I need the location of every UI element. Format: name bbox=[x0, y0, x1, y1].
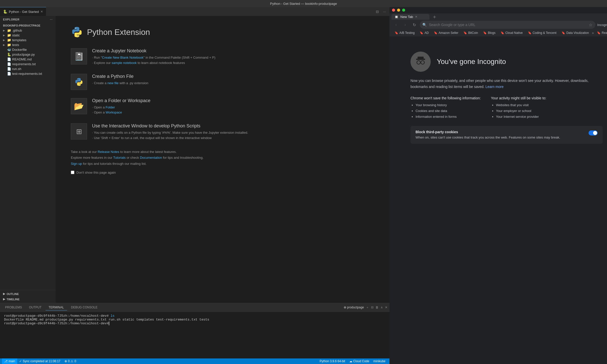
interactive-text: Use the Interactive Window to develop Py… bbox=[92, 123, 248, 141]
bookmark-icon: 🔖 bbox=[501, 31, 504, 35]
terminal-tab-btn[interactable]: TERMINAL bbox=[46, 305, 67, 310]
sidebar-item-tests[interactable]: ▶ 📁 tests bbox=[0, 42, 56, 47]
bookmark-label: Amazon Seller bbox=[439, 31, 458, 35]
cookie-toggle[interactable] bbox=[589, 130, 598, 135]
python-version-label: Python 3.9.6 64-bit bbox=[320, 359, 345, 363]
bookmark-label: A/B Testing bbox=[399, 31, 415, 35]
svg-point-1 bbox=[78, 36, 78, 36]
main-area: 🐍 Python - Get Started ✕ ⊟ ··· EXPLORER … bbox=[0, 7, 607, 364]
more-actions-btn[interactable]: ··· bbox=[382, 9, 387, 14]
bookmark-blogs[interactable]: 🔖 Blogs bbox=[481, 31, 497, 35]
new-tab-tab[interactable]: 🔲 New Tab ✕ bbox=[392, 14, 429, 20]
interactive-icon: ⊞ bbox=[76, 127, 82, 136]
terminal-tab-bar: PROBLEMS OUTPUT TERMINAL DEBUG CONSOLE ⊕… bbox=[0, 303, 389, 312]
browser-forward-btn[interactable]: › bbox=[402, 21, 409, 28]
split-editor-btn[interactable]: ⊟ bbox=[375, 9, 380, 14]
sidebar-item-requirements[interactable]: ▶ 📄 requirements.txt bbox=[0, 62, 56, 66]
bookmark-amazon[interactable]: 🔖 Amazon Seller bbox=[432, 31, 460, 35]
browser-min-btn[interactable] bbox=[397, 9, 400, 12]
bookmark-reading[interactable]: 🔖 Reading List bbox=[595, 31, 607, 35]
browser-close-btn[interactable] bbox=[392, 9, 395, 12]
folder-link[interactable]: Folder bbox=[105, 105, 115, 109]
debug-console-tab[interactable]: DEBUG CONSOLE bbox=[68, 305, 101, 310]
title-bar: Python - Get Started — bookinfo-productp… bbox=[0, 0, 607, 7]
browser-tab-bar: 🔲 New Tab ✕ ＋ bbox=[389, 13, 607, 20]
status-right: Python 3.9.6 64-bit ☁ Cloud Code minikub… bbox=[318, 358, 387, 364]
terminal-session-label: ⊕ productpage bbox=[344, 306, 364, 309]
python-ext-heading: Python Extension bbox=[87, 28, 150, 37]
python-version-status[interactable]: Python 3.9.6 64-bit bbox=[318, 358, 347, 364]
sidebar-item-templates[interactable]: ▶ 📁 templates bbox=[0, 38, 56, 42]
signup-link[interactable]: Sign up bbox=[71, 162, 82, 166]
python-get-started-tab[interactable]: 🐍 Python - Get Started ✕ bbox=[0, 7, 46, 16]
outline-section[interactable]: ▶ OUTLINE bbox=[0, 291, 56, 297]
sidebar-more-btn[interactable]: ··· bbox=[50, 18, 53, 21]
interactive-heading: Use the Interactive Window to develop Py… bbox=[92, 123, 248, 129]
browser-tab-label: New Tab bbox=[400, 15, 413, 19]
address-input[interactable] bbox=[420, 21, 595, 29]
terminal-close-btn[interactable]: ✕ bbox=[385, 306, 387, 309]
chrome-wont-save-list: Your browsing history Cookies and site d… bbox=[410, 102, 481, 120]
folder-icon-box: 📂 bbox=[71, 98, 87, 114]
learn-more-link[interactable]: Learn more bbox=[485, 85, 504, 89]
sidebar-item-github[interactable]: ▶ 📁 .github bbox=[0, 28, 56, 33]
svg-point-0 bbox=[75, 28, 76, 29]
browser-tab-close[interactable]: ✕ bbox=[415, 15, 417, 18]
tab-close-btn[interactable]: ✕ bbox=[40, 10, 43, 13]
sync-status[interactable]: ✓ Sync completed at 11:06:17 bbox=[17, 358, 62, 364]
incognito-desc: Now you can browse privately, and other … bbox=[410, 78, 603, 90]
folder-open-icon: 📂 bbox=[74, 101, 84, 111]
terminal-min-btn[interactable]: ∧ bbox=[381, 306, 383, 309]
outline-label: OUTLINE bbox=[7, 292, 19, 295]
create-blank-notebook-link[interactable]: Create New Blank Notebook bbox=[102, 56, 143, 59]
documentation-link[interactable]: Documentation bbox=[140, 156, 162, 160]
sidebar-item-static[interactable]: ▶ 📁 static bbox=[0, 33, 56, 38]
python-file-icon bbox=[74, 77, 83, 86]
sidebar-item-testreq[interactable]: ▶ 📄 test-requirements.txt bbox=[0, 71, 56, 76]
bookmark-ad[interactable]: 🔖 AD bbox=[418, 31, 431, 35]
cookie-box: Block third-party cookies When on, sites… bbox=[410, 126, 603, 144]
bookmark-label: Coding & Tencent bbox=[533, 31, 557, 35]
dont-show-checkbox[interactable] bbox=[71, 171, 74, 174]
sidebar-item-runsh[interactable]: ▶ 📄 run.sh bbox=[0, 66, 56, 71]
svg-rect-4 bbox=[418, 57, 424, 59]
browser-max-btn[interactable] bbox=[402, 9, 405, 12]
terminal-body[interactable]: root@productpage-d9c9f444b-7J5zh:/home/n… bbox=[0, 312, 389, 358]
errors-status[interactable]: ⊗ 0 ⚠ 0 bbox=[62, 358, 78, 364]
output-tab[interactable]: OUTPUT bbox=[26, 305, 45, 310]
workspace-link[interactable]: Workspace bbox=[105, 110, 122, 114]
pyfile-heading: Create a Python File bbox=[92, 74, 148, 79]
bookmark-star-icon[interactable]: ☆ bbox=[589, 22, 592, 27]
incognito-header: You've gone Incognito bbox=[410, 52, 603, 72]
bookmark-cloudnative[interactable]: 🔖 Cloud Native bbox=[498, 31, 525, 35]
terminal-trash-btn[interactable]: 🗑 bbox=[376, 306, 379, 309]
sidebar-item-readme[interactable]: ▶ 📄 README.md bbox=[0, 57, 56, 62]
cloud-code-status[interactable]: ☁ Cloud Code bbox=[347, 358, 371, 364]
terminal-split-btn[interactable]: ⊟ bbox=[371, 306, 374, 309]
bookmark-coding[interactable]: 🔖 Coding & Tencent bbox=[526, 31, 559, 35]
sidebar-item-dockerfile[interactable]: ▶ 🐳 Dockerfile bbox=[0, 47, 56, 52]
activity-visible-col: Your activity might still be visible to:… bbox=[491, 96, 546, 120]
browser-back-btn[interactable]: ‹ bbox=[393, 21, 400, 28]
problems-tab[interactable]: PROBLEMS bbox=[2, 305, 25, 310]
warning-count: 0 bbox=[74, 359, 76, 363]
git-status[interactable]: ⎇ main bbox=[2, 358, 17, 364]
terminal-line-2: Dockerfile README.md productpage.py requ… bbox=[4, 318, 385, 322]
terminal-add-btn[interactable]: ＋ bbox=[366, 305, 369, 310]
browser-window-bar bbox=[389, 7, 607, 13]
browser-reload-btn[interactable]: ↻ bbox=[411, 21, 418, 28]
timeline-section[interactable]: ▶ TIMELINE bbox=[0, 297, 56, 302]
sample-notebook-link[interactable]: sample notebook bbox=[112, 61, 137, 65]
new-file-link[interactable]: new file bbox=[107, 81, 119, 85]
minikube-status[interactable]: minikube bbox=[371, 358, 387, 364]
tutorials-link[interactable]: Tutorials bbox=[113, 156, 125, 160]
bookmark-data[interactable]: 🔖 Data Visulization bbox=[559, 31, 591, 35]
new-tab-btn[interactable]: ＋ bbox=[430, 13, 439, 20]
bookmark-ab[interactable]: 🔖 A/B Testing bbox=[393, 31, 417, 35]
bookmark-more-btn[interactable]: » bbox=[592, 31, 594, 35]
status-bar: ⎇ main ✓ Sync completed at 11:06:17 ⊗ 0 … bbox=[0, 358, 389, 364]
sidebar-item-productpage[interactable]: ▶ 🐍 productpage.py bbox=[0, 52, 56, 57]
release-notes-link[interactable]: Release Notes bbox=[98, 150, 119, 154]
arrow-icon: ▶ bbox=[3, 34, 6, 37]
bookmark-bitcoin[interactable]: 🔖 BitCoin bbox=[461, 31, 480, 35]
